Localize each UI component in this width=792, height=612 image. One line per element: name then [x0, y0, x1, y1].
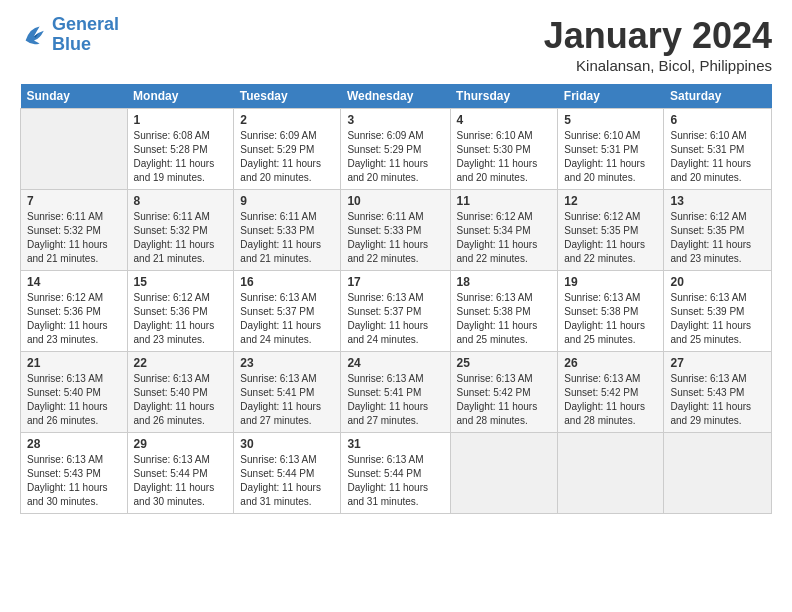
cell-sunset: Sunset: 5:29 PM — [347, 143, 443, 157]
cell-info: Sunrise: 6:13 AM Sunset: 5:44 PM Dayligh… — [134, 453, 228, 509]
cell-sunset: Sunset: 5:35 PM — [564, 224, 657, 238]
calendar-cell: 27 Sunrise: 6:13 AM Sunset: 5:43 PM Dayl… — [664, 352, 772, 433]
cell-date: 10 — [347, 194, 443, 208]
cell-sunrise: Sunrise: 6:13 AM — [240, 453, 334, 467]
cell-sunrise: Sunrise: 6:11 AM — [134, 210, 228, 224]
cell-daylight: Daylight: 11 hours and 28 minutes. — [564, 400, 657, 428]
cell-sunset: Sunset: 5:39 PM — [670, 305, 765, 319]
cell-date: 16 — [240, 275, 334, 289]
calendar-cell: 3 Sunrise: 6:09 AM Sunset: 5:29 PM Dayli… — [341, 109, 450, 190]
cell-daylight: Daylight: 11 hours and 29 minutes. — [670, 400, 765, 428]
cell-info: Sunrise: 6:13 AM Sunset: 5:41 PM Dayligh… — [240, 372, 334, 428]
cell-date: 15 — [134, 275, 228, 289]
cell-daylight: Daylight: 11 hours and 20 minutes. — [564, 157, 657, 185]
cell-info: Sunrise: 6:12 AM Sunset: 5:35 PM Dayligh… — [670, 210, 765, 266]
cell-date: 8 — [134, 194, 228, 208]
calendar-cell: 18 Sunrise: 6:13 AM Sunset: 5:38 PM Dayl… — [450, 271, 558, 352]
cell-date: 2 — [240, 113, 334, 127]
cell-sunset: Sunset: 5:41 PM — [240, 386, 334, 400]
cell-daylight: Daylight: 11 hours and 21 minutes. — [240, 238, 334, 266]
cell-info: Sunrise: 6:13 AM Sunset: 5:38 PM Dayligh… — [457, 291, 552, 347]
calendar-cell: 22 Sunrise: 6:13 AM Sunset: 5:40 PM Dayl… — [127, 352, 234, 433]
cell-sunset: Sunset: 5:43 PM — [27, 467, 121, 481]
calendar-cell: 6 Sunrise: 6:10 AM Sunset: 5:31 PM Dayli… — [664, 109, 772, 190]
location-subtitle: Kinalansan, Bicol, Philippines — [544, 57, 772, 74]
calendar-cell: 30 Sunrise: 6:13 AM Sunset: 5:44 PM Dayl… — [234, 433, 341, 514]
calendar-cell: 28 Sunrise: 6:13 AM Sunset: 5:43 PM Dayl… — [21, 433, 128, 514]
cell-info: Sunrise: 6:11 AM Sunset: 5:32 PM Dayligh… — [27, 210, 121, 266]
calendar-cell: 20 Sunrise: 6:13 AM Sunset: 5:39 PM Dayl… — [664, 271, 772, 352]
calendar-cell: 4 Sunrise: 6:10 AM Sunset: 5:30 PM Dayli… — [450, 109, 558, 190]
cell-date: 30 — [240, 437, 334, 451]
cell-sunrise: Sunrise: 6:10 AM — [670, 129, 765, 143]
cell-daylight: Daylight: 11 hours and 20 minutes. — [457, 157, 552, 185]
calendar-cell: 25 Sunrise: 6:13 AM Sunset: 5:42 PM Dayl… — [450, 352, 558, 433]
cell-info: Sunrise: 6:13 AM Sunset: 5:37 PM Dayligh… — [240, 291, 334, 347]
cell-info: Sunrise: 6:11 AM Sunset: 5:33 PM Dayligh… — [240, 210, 334, 266]
cell-daylight: Daylight: 11 hours and 20 minutes. — [670, 157, 765, 185]
cell-daylight: Daylight: 11 hours and 20 minutes. — [347, 157, 443, 185]
cell-sunrise: Sunrise: 6:13 AM — [564, 372, 657, 386]
cell-sunset: Sunset: 5:31 PM — [564, 143, 657, 157]
cell-info: Sunrise: 6:12 AM Sunset: 5:35 PM Dayligh… — [564, 210, 657, 266]
cell-date: 25 — [457, 356, 552, 370]
cell-info: Sunrise: 6:12 AM Sunset: 5:36 PM Dayligh… — [134, 291, 228, 347]
cell-sunset: Sunset: 5:41 PM — [347, 386, 443, 400]
cell-daylight: Daylight: 11 hours and 30 minutes. — [134, 481, 228, 509]
cell-sunrise: Sunrise: 6:10 AM — [564, 129, 657, 143]
calendar-cell: 16 Sunrise: 6:13 AM Sunset: 5:37 PM Dayl… — [234, 271, 341, 352]
cell-sunrise: Sunrise: 6:13 AM — [564, 291, 657, 305]
cell-sunset: Sunset: 5:33 PM — [347, 224, 443, 238]
cell-daylight: Daylight: 11 hours and 24 minutes. — [240, 319, 334, 347]
calendar-cell: 8 Sunrise: 6:11 AM Sunset: 5:32 PM Dayli… — [127, 190, 234, 271]
cell-info: Sunrise: 6:13 AM Sunset: 5:44 PM Dayligh… — [240, 453, 334, 509]
col-header-wednesday: Wednesday — [341, 84, 450, 109]
col-header-friday: Friday — [558, 84, 664, 109]
cell-sunrise: Sunrise: 6:12 AM — [564, 210, 657, 224]
cell-daylight: Daylight: 11 hours and 30 minutes. — [27, 481, 121, 509]
cell-info: Sunrise: 6:10 AM Sunset: 5:31 PM Dayligh… — [564, 129, 657, 185]
cell-sunrise: Sunrise: 6:10 AM — [457, 129, 552, 143]
cell-daylight: Daylight: 11 hours and 28 minutes. — [457, 400, 552, 428]
cell-info: Sunrise: 6:12 AM Sunset: 5:34 PM Dayligh… — [457, 210, 552, 266]
cell-sunset: Sunset: 5:44 PM — [240, 467, 334, 481]
cell-sunrise: Sunrise: 6:09 AM — [347, 129, 443, 143]
cell-date: 5 — [564, 113, 657, 127]
calendar-cell: 31 Sunrise: 6:13 AM Sunset: 5:44 PM Dayl… — [341, 433, 450, 514]
cell-info: Sunrise: 6:13 AM Sunset: 5:44 PM Dayligh… — [347, 453, 443, 509]
cell-info: Sunrise: 6:11 AM Sunset: 5:32 PM Dayligh… — [134, 210, 228, 266]
cell-info: Sunrise: 6:13 AM Sunset: 5:38 PM Dayligh… — [564, 291, 657, 347]
calendar-cell: 11 Sunrise: 6:12 AM Sunset: 5:34 PM Dayl… — [450, 190, 558, 271]
cell-date: 20 — [670, 275, 765, 289]
week-row-4: 21 Sunrise: 6:13 AM Sunset: 5:40 PM Dayl… — [21, 352, 772, 433]
calendar-cell: 23 Sunrise: 6:13 AM Sunset: 5:41 PM Dayl… — [234, 352, 341, 433]
calendar-cell: 14 Sunrise: 6:12 AM Sunset: 5:36 PM Dayl… — [21, 271, 128, 352]
cell-date: 23 — [240, 356, 334, 370]
cell-sunset: Sunset: 5:30 PM — [457, 143, 552, 157]
calendar-cell: 10 Sunrise: 6:11 AM Sunset: 5:33 PM Dayl… — [341, 190, 450, 271]
cell-daylight: Daylight: 11 hours and 22 minutes. — [347, 238, 443, 266]
logo-icon — [20, 21, 48, 49]
col-header-monday: Monday — [127, 84, 234, 109]
cell-sunrise: Sunrise: 6:13 AM — [240, 372, 334, 386]
calendar-table: SundayMondayTuesdayWednesdayThursdayFrid… — [20, 84, 772, 514]
cell-date: 24 — [347, 356, 443, 370]
cell-sunset: Sunset: 5:36 PM — [134, 305, 228, 319]
cell-sunset: Sunset: 5:31 PM — [670, 143, 765, 157]
cell-daylight: Daylight: 11 hours and 31 minutes. — [240, 481, 334, 509]
week-row-5: 28 Sunrise: 6:13 AM Sunset: 5:43 PM Dayl… — [21, 433, 772, 514]
cell-sunset: Sunset: 5:33 PM — [240, 224, 334, 238]
calendar-cell: 7 Sunrise: 6:11 AM Sunset: 5:32 PM Dayli… — [21, 190, 128, 271]
cell-info: Sunrise: 6:09 AM Sunset: 5:29 PM Dayligh… — [347, 129, 443, 185]
cell-date: 9 — [240, 194, 334, 208]
cell-daylight: Daylight: 11 hours and 26 minutes. — [134, 400, 228, 428]
cell-daylight: Daylight: 11 hours and 27 minutes. — [240, 400, 334, 428]
cell-date: 13 — [670, 194, 765, 208]
cell-date: 21 — [27, 356, 121, 370]
cell-daylight: Daylight: 11 hours and 25 minutes. — [564, 319, 657, 347]
cell-date: 26 — [564, 356, 657, 370]
cell-date: 22 — [134, 356, 228, 370]
cell-date: 31 — [347, 437, 443, 451]
cell-info: Sunrise: 6:13 AM Sunset: 5:42 PM Dayligh… — [457, 372, 552, 428]
cell-date: 4 — [457, 113, 552, 127]
